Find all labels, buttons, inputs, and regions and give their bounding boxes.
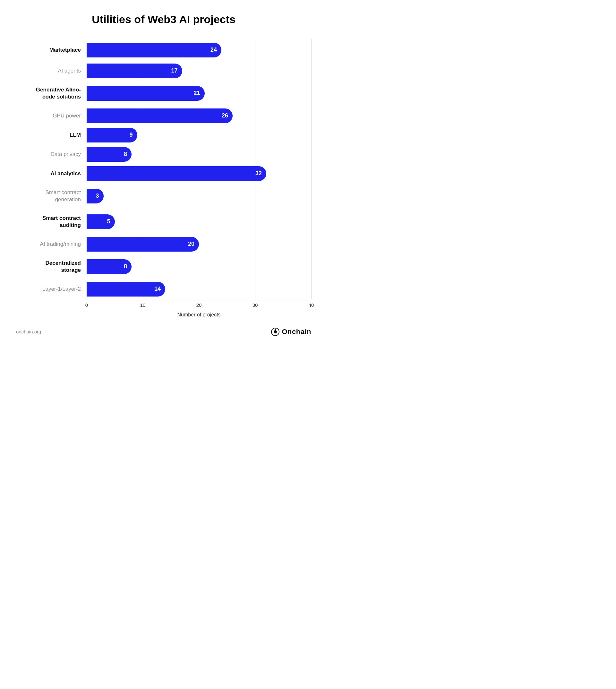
bar: 8	[87, 259, 132, 274]
bar-row: 8	[87, 254, 311, 280]
bar-value: 20	[188, 241, 194, 247]
y-label: Marketplace	[16, 39, 87, 61]
x-tick: 10	[140, 302, 146, 308]
footer: onchain.org Onchain	[16, 327, 311, 336]
bar-value: 24	[211, 46, 217, 53]
x-tick: 40	[309, 302, 314, 308]
bar-value: 14	[154, 286, 161, 292]
bar: 8	[87, 147, 132, 162]
y-label: Layer-1/Layer-2	[16, 280, 87, 299]
y-label: LLM	[16, 126, 87, 145]
bars-area: 2417212698323520814	[87, 39, 311, 299]
bar: 26	[87, 108, 233, 123]
x-axis: 010203040	[87, 300, 311, 310]
y-label: Data privacy	[16, 145, 87, 164]
y-label: AI agents	[16, 61, 87, 81]
bar-value: 8	[124, 151, 127, 157]
onchain-brand-text: Onchain	[282, 328, 311, 336]
y-label: Smart contractgeneration	[16, 183, 87, 209]
x-axis-label: Number of projects	[87, 312, 311, 318]
bar: 14	[87, 282, 165, 297]
onchain-icon	[271, 327, 280, 336]
bar: 24	[87, 43, 221, 58]
y-labels: MarketplaceAI agentsGenerative AI/no-cod…	[16, 39, 87, 299]
y-label: GPU power	[16, 106, 87, 126]
x-tick: 30	[252, 302, 258, 308]
bar-value: 17	[171, 67, 177, 74]
bar-chart: MarketplaceAI agentsGenerative AI/no-cod…	[16, 39, 311, 299]
bar-value: 32	[256, 170, 262, 177]
bar: 21	[87, 86, 205, 101]
bar-row: 17	[87, 61, 311, 81]
bar-value: 5	[107, 218, 110, 225]
bar-row: 8	[87, 145, 311, 164]
bar-value: 9	[129, 132, 132, 138]
bar-value: 3	[95, 193, 99, 199]
bar: 20	[87, 237, 199, 252]
bar: 32	[87, 166, 266, 181]
y-label: AI analytics	[16, 164, 87, 183]
bar-row: 3	[87, 183, 311, 209]
y-label: Decentralizedstorage	[16, 254, 87, 280]
x-tick: 0	[85, 302, 88, 308]
y-label: AI trading/mining	[16, 235, 87, 254]
bar-value: 26	[222, 112, 228, 119]
bar: 3	[87, 189, 104, 203]
bar: 5	[87, 214, 115, 229]
bar-row: 24	[87, 39, 311, 61]
chart-title: Utilities of Web3 AI projects	[16, 13, 311, 26]
bar-row: 26	[87, 106, 311, 126]
bar-row: 5	[87, 209, 311, 235]
grid-line	[311, 39, 311, 299]
bar: 17	[87, 64, 182, 78]
y-label: Smart contractauditing	[16, 209, 87, 235]
bar-row: 21	[87, 81, 311, 106]
bar-row: 32	[87, 164, 311, 183]
y-label: Generative AI/no-code solutions	[16, 81, 87, 106]
bar: 9	[87, 128, 137, 143]
bar-row: 20	[87, 235, 311, 254]
footer-logo: Onchain	[271, 327, 311, 336]
chart-container: Utilities of Web3 AI projects Marketplac…	[0, 0, 327, 356]
x-ticks: 010203040	[87, 300, 311, 310]
x-tick: 20	[196, 302, 202, 308]
bar-row: 14	[87, 280, 311, 299]
bar-row: 9	[87, 126, 311, 145]
bar-value: 21	[194, 90, 200, 96]
bar-value: 8	[124, 263, 127, 270]
footer-source: onchain.org	[16, 329, 41, 335]
